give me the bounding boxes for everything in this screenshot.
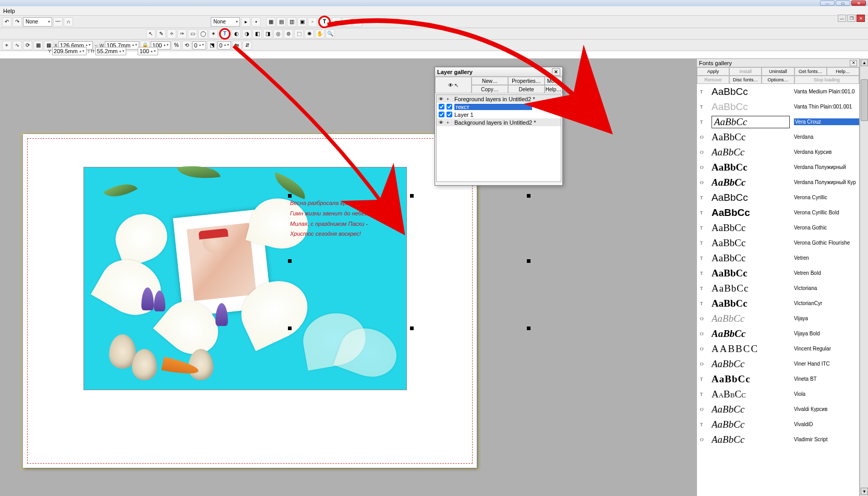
selection-handle[interactable] bbox=[288, 259, 292, 263]
fill-tool-icon[interactable]: ◐ bbox=[232, 29, 241, 39]
layer-properties-button[interactable]: Properties… bbox=[508, 77, 545, 85]
bevel-tool-icon[interactable]: ◨ bbox=[263, 29, 272, 39]
font-apply-button[interactable]: Apply bbox=[697, 67, 729, 76]
poem-text-object[interactable]: Весна разбросала краски, Гимн жизни звен… bbox=[290, 198, 369, 239]
scale-y-field[interactable]: 100▲▼ bbox=[138, 47, 158, 55]
font-row[interactable]: TAaBbCcVera Crouz bbox=[697, 114, 859, 129]
skew-field[interactable]: 0▲▼ bbox=[218, 41, 231, 50]
selection-handle[interactable] bbox=[527, 259, 531, 263]
fonts-gallery-panel[interactable]: Fonts gallery ✕ Apply Install Uninstall … bbox=[696, 58, 859, 496]
window-minimize-button[interactable]: — bbox=[820, 1, 835, 6]
selection-handle[interactable] bbox=[410, 326, 414, 330]
pen-tool-icon[interactable]: ✑ bbox=[177, 29, 187, 39]
effect-combo[interactable]: None bbox=[211, 17, 240, 27]
transparency-tool-icon[interactable]: ◑ bbox=[242, 29, 251, 39]
window-maximize-button[interactable]: ▭ bbox=[836, 1, 850, 6]
font-getfonts-button[interactable]: Get fonts… bbox=[794, 67, 827, 76]
layer-help-button[interactable]: Help… bbox=[545, 85, 562, 93]
layer-group-header[interactable]: 👁▸Foreground layers in Untitled2 * bbox=[437, 95, 561, 103]
play-icon[interactable]: ▸ bbox=[241, 17, 250, 27]
scroll-down-icon[interactable]: ▼ bbox=[861, 488, 868, 495]
angle-field[interactable]: 0▲▼ bbox=[192, 41, 206, 50]
window-tile-icon[interactable]: ▦ bbox=[266, 17, 275, 27]
text-tool-top-icon[interactable]: T bbox=[318, 16, 331, 28]
layer-eye-icon[interactable]: 👁 ↖ bbox=[435, 77, 472, 93]
snap-icon[interactable]: ∩ bbox=[64, 17, 73, 27]
selection-handle[interactable] bbox=[527, 326, 531, 330]
undo-icon[interactable]: ↶ bbox=[2, 17, 11, 27]
vertical-scrollbar[interactable]: ▲ ▼ bbox=[860, 58, 868, 496]
selection-handle[interactable] bbox=[410, 194, 414, 198]
rect-tool-icon[interactable]: ▭ bbox=[188, 29, 197, 39]
font-row[interactable]: TAaBbCcVerona Cyrillic bbox=[697, 190, 859, 205]
layer-move-button[interactable]: Move bbox=[545, 77, 562, 85]
font-remove-button[interactable]: Remove bbox=[697, 76, 729, 84]
layer-row[interactable]: текст bbox=[437, 103, 561, 111]
font-row[interactable]: OAaBbCcVerdana Полужирный Кур bbox=[697, 175, 859, 190]
layer-delete-button[interactable]: Delete bbox=[508, 85, 545, 93]
font-row[interactable]: TAaBbCcVivaldiD bbox=[697, 417, 859, 432]
freehand-tool-icon[interactable]: ✎ bbox=[156, 29, 166, 39]
layer-visible-checkbox[interactable] bbox=[439, 112, 444, 117]
menu-help[interactable]: Help bbox=[3, 8, 15, 14]
font-row[interactable]: TAaBbCcVineta BT bbox=[697, 371, 859, 386]
quickshape-tool-icon[interactable]: ✶ bbox=[209, 29, 218, 39]
font-row[interactable]: TAaBbCcViola bbox=[697, 386, 859, 402]
font-row[interactable]: TAaBbCcVictorianCyr bbox=[697, 296, 859, 311]
layer-new-button[interactable]: New… bbox=[472, 77, 508, 85]
bring-front-icon[interactable]: ▤ bbox=[276, 17, 286, 27]
layer-row[interactable]: Layer 1 bbox=[437, 111, 561, 118]
font-install-button[interactable]: Install bbox=[729, 67, 762, 76]
flip-h-icon[interactable]: ⇋ bbox=[232, 41, 242, 50]
doc-minimize-button[interactable]: — bbox=[838, 15, 846, 22]
font-row[interactable]: TAaBbCcVetren bbox=[697, 250, 859, 265]
send-back-icon[interactable]: ▥ bbox=[287, 17, 296, 27]
scroll-up-icon[interactable]: ▲ bbox=[861, 59, 868, 66]
font-row[interactable]: TAaBbCcVerona Cyrillic Bold bbox=[697, 205, 859, 220]
ellipse-tool-icon[interactable]: ◯ bbox=[198, 29, 208, 39]
font-row[interactable]: TAaBbCcVerona Gothic bbox=[697, 220, 859, 235]
layer-group-header[interactable]: 👁▸Background layers in Untitled2 * bbox=[437, 118, 561, 126]
font-row[interactable]: OAABBCCVincent Regular bbox=[697, 341, 859, 356]
liveeffect-tool-icon[interactable]: ✺ bbox=[305, 29, 314, 39]
blend-tool-icon[interactable]: ⊚ bbox=[284, 29, 293, 39]
font-row[interactable]: OAaBbCcVijaya bbox=[697, 311, 859, 326]
fonts-gallery-title[interactable]: Fonts gallery ✕ bbox=[697, 59, 859, 67]
flip-v-icon[interactable]: ⇵ bbox=[243, 41, 252, 50]
distribute-icon[interactable]: ⋮ bbox=[342, 17, 352, 27]
font-row[interactable]: TAaBbCcVerona Gothic Flourishe bbox=[697, 235, 859, 250]
font-row[interactable]: OAaBbCcVijaya Bold bbox=[697, 326, 859, 341]
font-row[interactable]: OAaBbCcVerdana bbox=[697, 129, 859, 144]
font-discfonts-button[interactable]: Disc fonts… bbox=[729, 76, 762, 84]
layer-gallery-close-icon[interactable]: ✕ bbox=[552, 68, 560, 76]
group-icon[interactable]: ▣ bbox=[297, 17, 307, 27]
shape-tool-icon[interactable]: ✧ bbox=[167, 29, 176, 39]
fill-preset-combo[interactable]: None bbox=[23, 17, 52, 27]
font-row[interactable]: OAaBbCcVladimir Script bbox=[697, 432, 859, 447]
layer-gallery-title[interactable]: Layer gallery ✕ bbox=[435, 67, 562, 77]
font-help-button[interactable]: Help… bbox=[827, 67, 859, 76]
layer-editable-checkbox[interactable] bbox=[447, 104, 452, 110]
align-icon[interactable]: ▭ bbox=[332, 17, 341, 27]
font-row[interactable]: TAaBbCcVetren Bold bbox=[697, 265, 859, 281]
selector-tool-icon[interactable]: ↖ bbox=[146, 29, 155, 39]
shadow-tool-icon[interactable]: ◧ bbox=[252, 29, 262, 39]
selection-handle[interactable] bbox=[288, 194, 292, 198]
font-row[interactable]: TAaBbCcVanta Medium Plain:001.0 bbox=[697, 84, 859, 99]
contour-tool-icon[interactable]: ◎ bbox=[273, 29, 283, 39]
selection-handle[interactable] bbox=[527, 194, 531, 198]
redo-icon[interactable]: ↷ bbox=[13, 17, 22, 27]
font-stoploading-button[interactable]: Stop loading bbox=[794, 76, 859, 84]
font-row[interactable]: TAaBbCcVictoriana bbox=[697, 281, 859, 296]
ungroup-icon[interactable]: ▫ bbox=[308, 17, 317, 27]
convert-icon[interactable]: ⟳ bbox=[353, 17, 362, 27]
font-row[interactable]: OAaBbCcViner Hand ITC bbox=[697, 356, 859, 371]
line-style-icon[interactable]: 〰 bbox=[53, 17, 63, 27]
font-list[interactable]: TAaBbCcVanta Medium Plain:001.0TAaBbCcVa… bbox=[697, 84, 859, 496]
zoom-tool-icon[interactable]: 🔍 bbox=[326, 29, 335, 39]
doc-close-button[interactable]: ✕ bbox=[857, 15, 865, 22]
y-field[interactable]: 209.5mm▲▼ bbox=[52, 47, 87, 55]
selection-handle[interactable] bbox=[288, 326, 292, 330]
font-row[interactable]: TAaBbCcVanta Thin Plain:001.001 bbox=[697, 99, 859, 114]
layer-visible-checkbox[interactable] bbox=[439, 104, 444, 110]
